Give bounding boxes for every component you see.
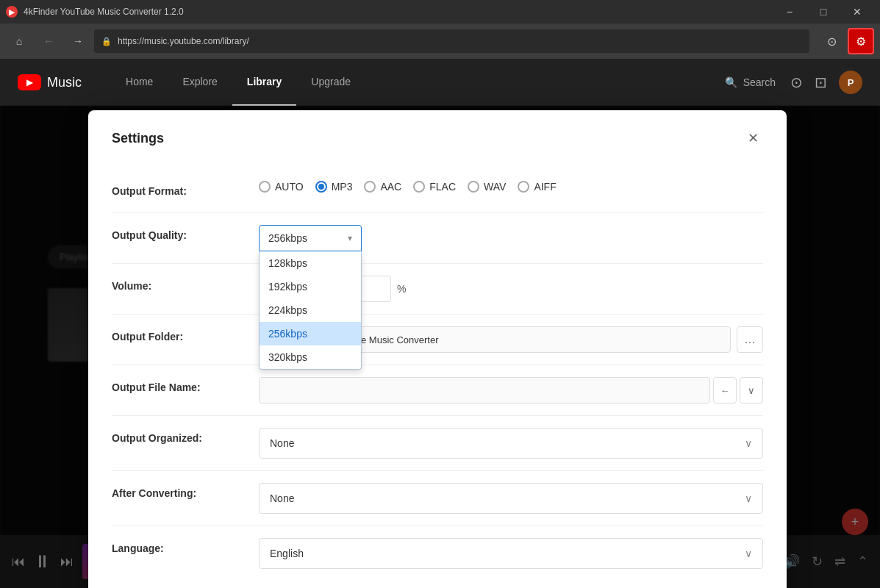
flac-radio[interactable] xyxy=(413,181,425,193)
back-nav-button[interactable]: ← xyxy=(35,28,62,54)
quality-192[interactable]: 192kbps xyxy=(260,275,361,298)
close-button[interactable]: ✕ xyxy=(840,0,874,24)
quality-320[interactable]: 320kbps xyxy=(260,345,361,369)
output-format-row: Output Format: AUTO MP3 AAC FLAC xyxy=(112,169,763,213)
nav-right: ⊙ ⚙ xyxy=(818,28,874,54)
after-converting-dropdown[interactable]: None ∨ xyxy=(259,483,763,514)
output-format-label: Output Format: xyxy=(112,181,259,197)
history-icon[interactable]: ⊙ xyxy=(790,74,803,91)
volume-row: Volume: % xyxy=(112,264,763,315)
format-mp3[interactable]: MP3 xyxy=(315,181,353,193)
organized-value: None xyxy=(270,437,294,449)
aac-radio[interactable] xyxy=(364,181,376,193)
yt-header: Music Home Explore Library Upgrade 🔍 Sea… xyxy=(0,59,880,106)
filename-back-button[interactable]: ← xyxy=(713,377,737,404)
aiff-radio[interactable] xyxy=(518,181,529,193)
language-value: English xyxy=(270,548,304,559)
output-quality-label: Output Quality: xyxy=(112,225,259,241)
app-icon: ▶ xyxy=(6,6,18,18)
format-wav[interactable]: WAV xyxy=(468,181,506,193)
format-radio-group: AUTO MP3 AAC FLAC WAV xyxy=(259,181,557,193)
quality-dropdown-menu: 128kbps 192kbps 224kbps 256kbps 320kbps xyxy=(259,251,362,370)
yt-logo-icon xyxy=(18,74,41,90)
history-button[interactable]: ⊙ xyxy=(818,28,845,54)
output-organized-control: None ∨ xyxy=(259,428,763,459)
auto-label: AUTO xyxy=(275,181,304,193)
volume-unit: % xyxy=(397,283,406,295)
title-bar-text: 4kFinder YouTube Music Converter 1.2.0 xyxy=(24,7,773,17)
nav-library[interactable]: Library xyxy=(232,59,296,106)
mp3-radio[interactable] xyxy=(315,181,327,193)
settings-modal: Settings ✕ Output Format: AUTO MP3 AAC xyxy=(88,110,787,588)
output-filename-control: ← ∨ xyxy=(259,377,763,404)
aac-label: AAC xyxy=(380,181,401,193)
quality-256[interactable]: 256kbps xyxy=(260,322,361,345)
output-folder-row: Output Folder: ents\4kFinder YouTube Mus… xyxy=(112,315,763,365)
quality-224[interactable]: 224kbps xyxy=(260,298,361,322)
language-row: Language: English ∨ xyxy=(112,526,763,581)
address-bar[interactable]: 🔒 https://music.youtube.com/library/ xyxy=(94,29,809,53)
search-icon: 🔍 xyxy=(725,76,737,88)
nav-explore[interactable]: Explore xyxy=(168,59,232,106)
quality-dropdown-button[interactable]: 256kbps ▾ xyxy=(259,225,362,251)
format-aiff[interactable]: AIFF xyxy=(518,181,556,193)
mp3-label: MP3 xyxy=(332,181,353,193)
output-quality-control: 256kbps ▾ 128kbps 192kbps 224kbps 256kbp… xyxy=(259,225,763,251)
modal-title: Settings xyxy=(112,131,164,146)
avatar[interactable]: P xyxy=(839,71,862,94)
quality-128[interactable]: 128kbps xyxy=(260,251,361,275)
nav-bar: ⌂ ← → 🔒 https://music.youtube.com/librar… xyxy=(0,24,880,59)
title-bar: ▶ 4kFinder YouTube Music Converter 1.2.0… xyxy=(0,0,880,24)
output-folder-label: Output Folder: xyxy=(112,326,259,343)
yt-header-right: ⊙ ⊡ P xyxy=(790,71,862,94)
yt-logo-text: Music xyxy=(47,75,82,90)
auto-radio[interactable] xyxy=(259,181,271,193)
volume-label: Volume: xyxy=(112,276,259,292)
output-organized-label: Output Organized: xyxy=(112,428,259,444)
wav-label: WAV xyxy=(484,181,506,193)
after-converting-control: None ∨ xyxy=(259,483,763,514)
yt-logo: Music xyxy=(18,74,82,90)
forward-nav-button[interactable]: → xyxy=(65,28,91,54)
home-nav-button[interactable]: ⌂ xyxy=(6,28,32,54)
quality-selected: 256kbps xyxy=(268,232,307,244)
language-dropdown[interactable]: English ∨ xyxy=(259,538,763,569)
modal-header: Settings ✕ xyxy=(112,128,763,148)
output-organized-row: Output Organized: None ∨ xyxy=(112,416,763,471)
filename-field[interactable] xyxy=(259,377,710,404)
language-label: Language: xyxy=(112,538,259,554)
output-quality-row: Output Quality: 256kbps ▾ 128kbps 192kbp… xyxy=(112,213,763,264)
organized-dropdown[interactable]: None ∨ xyxy=(259,428,763,459)
output-format-control: AUTO MP3 AAC FLAC WAV xyxy=(259,181,763,193)
lock-icon: 🔒 xyxy=(101,37,112,46)
filename-dropdown-button[interactable]: ∨ xyxy=(740,377,763,404)
language-chevron-icon: ∨ xyxy=(745,548,752,559)
yt-search[interactable]: 🔍 Search xyxy=(725,76,776,88)
format-auto[interactable]: AUTO xyxy=(259,181,304,193)
minimize-button[interactable]: − xyxy=(773,0,806,24)
after-converting-chevron-icon: ∨ xyxy=(745,492,752,504)
maximize-button[interactable]: □ xyxy=(806,0,840,24)
organized-chevron-icon: ∨ xyxy=(745,437,752,449)
modal-close-button[interactable]: ✕ xyxy=(743,128,763,148)
cast-icon[interactable]: ⊡ xyxy=(815,74,827,91)
nav-upgrade[interactable]: Upgrade xyxy=(296,59,365,106)
after-converting-row: After Converting: None ∨ xyxy=(112,471,763,526)
nav-home[interactable]: Home xyxy=(111,59,168,106)
quality-dropdown-wrapper: 256kbps ▾ 128kbps 192kbps 224kbps 256kbp… xyxy=(259,225,362,251)
flac-label: FLAC xyxy=(429,181,456,193)
quality-chevron-icon: ▾ xyxy=(348,233,352,243)
output-filename-label: Output File Name: xyxy=(112,377,259,393)
wav-radio[interactable] xyxy=(468,181,479,193)
after-converting-label: After Converting: xyxy=(112,483,259,499)
output-filename-row: Output File Name: ← ∨ xyxy=(112,365,763,416)
yt-nav: Home Explore Library Upgrade xyxy=(111,59,725,106)
settings-button[interactable]: ⚙ xyxy=(848,28,874,54)
language-control: English ∨ xyxy=(259,538,763,569)
folder-browse-button[interactable]: … xyxy=(737,326,763,353)
after-converting-value: None xyxy=(270,492,294,504)
aiff-label: AIFF xyxy=(534,181,556,193)
address-url: https://music.youtube.com/library/ xyxy=(118,36,249,46)
format-flac[interactable]: FLAC xyxy=(413,181,456,193)
format-aac[interactable]: AAC xyxy=(364,181,401,193)
